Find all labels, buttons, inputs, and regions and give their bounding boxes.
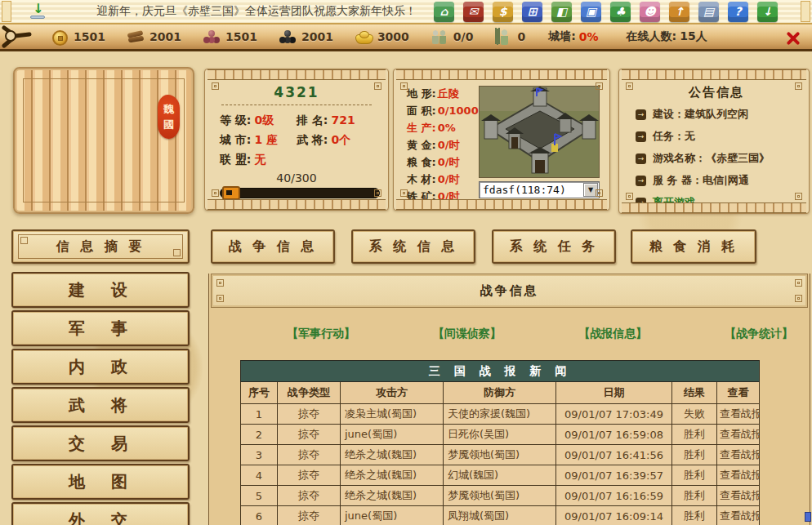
war-report-row: 1 掠夺 凌枭主城(蜀国) 天使的家援(魏国) 09/01/07 17:03:4… [241, 404, 760, 425]
resource-value: 3000 [377, 30, 409, 43]
clipboard-icon[interactable]: ▤ [698, 2, 719, 22]
notice-task: → 任务：无 [636, 129, 797, 144]
city-wall-status: 城墙: 0% [548, 29, 598, 44]
resource-value: 2001 [301, 30, 333, 43]
sidebar-item-generals[interactable]: 武 将 [11, 387, 190, 423]
war-type: 掠夺 [278, 404, 341, 425]
attacker: 绝杀之城(魏国) [341, 486, 444, 506]
city-info-panel: 地 形:丘陵 面 积:0/1000 生 产:0% 黄 金:0/时 粮 食:0/时… [393, 69, 610, 211]
resource-icon [431, 28, 448, 46]
wood-resource: 2001 [127, 28, 181, 46]
link-battle-report[interactable]: 【战报信息】 [578, 327, 647, 341]
war-report-table: 三 国 战 报 新 闻 序号战争类型攻击方防御方日期结果查看 1 掠夺 凌枭主城… [240, 360, 760, 525]
row-number: 4 [241, 465, 278, 486]
view-report-link[interactable]: 查看战报 [717, 506, 760, 525]
close-icon[interactable] [784, 30, 801, 47]
tab-info-summary[interactable]: 信 息 摘 要 [11, 229, 190, 264]
sidebar-item-map[interactable]: 地 图 [11, 464, 190, 500]
row-number: 1 [241, 404, 278, 425]
player-stat: 城 市:1 座 [220, 131, 297, 150]
resource-value: 1501 [225, 30, 257, 43]
view-report-link[interactable]: 查看战报 [717, 425, 760, 445]
view-report-link[interactable]: 查看战报 [717, 404, 760, 425]
city-view-image [479, 86, 600, 178]
sidebar-item-trade[interactable]: 交 易 [11, 425, 190, 461]
arrow-bullet-icon: → [636, 131, 646, 142]
experience-text: 40/300 [220, 171, 373, 185]
resource-bar: 1501 2001 1501 2001 3000 0/0 [0, 24, 812, 51]
city-select-value: fdasf(118:74) [480, 184, 583, 196]
wood-panel-frame [23, 78, 185, 202]
player-stat: 等 级:0级 [220, 111, 297, 131]
couple-icon[interactable]: ☻ [640, 2, 660, 22]
signpost-icon[interactable]: ↑ [669, 2, 689, 22]
war-info-panel: 战争信息 【军事行动】【间谍侦察】【战报信息】【战争统计】 三 国 战 报 新 … [208, 274, 810, 525]
sidebar-item-diplomacy[interactable]: 外 交 [11, 502, 190, 525]
link-war-statistics[interactable]: 【战争统计】 [725, 327, 793, 341]
war-report-row: 4 掠夺 绝杀之城(魏国) 幻城(魏国) 09/01/07 16:39:57 胜… [241, 465, 760, 486]
coins-icon[interactable]: $ [493, 2, 513, 22]
resource-value: 2001 [149, 30, 181, 43]
resource-icon [127, 28, 145, 46]
player-stat: 武 将:0个 [297, 131, 373, 150]
war-type: 掠夺 [278, 465, 341, 486]
war-type: 掠夺 [278, 506, 341, 525]
tree-icon[interactable]: ♣ [610, 2, 631, 22]
top-bar: ↓ 迎新年，庆元旦《赤壁三国》全体运营团队祝愿大家新年快乐！ ⌂✉$⊞◧▣♣☻↑… [0, 0, 812, 24]
resource-icon [494, 28, 512, 46]
link-military-action[interactable]: 【军事行动】 [287, 327, 355, 341]
sidebar-item-internal-affairs[interactable]: 内 政 [11, 349, 190, 385]
topbar-left-ornament [2, 1, 11, 22]
city-stat: 面 积:0/1000 [407, 103, 479, 119]
attacker: 绝杀之城(魏国) [341, 445, 444, 465]
defender: 梦魇领地(蜀国) [444, 486, 556, 506]
sidebar-item-military[interactable]: 军 事 [11, 310, 190, 346]
city-stat: 铁 矿:0/时 [407, 189, 479, 205]
link-spy-scout[interactable]: 【间谍侦察】 [433, 327, 502, 341]
player-name: 4321 [220, 84, 373, 100]
announcement-marquee: 迎新年，庆元旦《赤壁三国》全体运营团队祝愿大家新年快乐！ [96, 4, 417, 19]
arrow-bullet-icon: → [636, 153, 646, 164]
cart-icon[interactable]: ⊞ [522, 2, 542, 22]
game-screen: ↓ 迎新年，庆元旦《赤壁三国》全体运营团队祝愿大家新年快乐！ ⌂✉$⊞◧▣♣☻↑… [0, 0, 812, 525]
war-report-row: 5 掠夺 绝杀之城(魏国) 梦魇领地(蜀国) 09/01/07 16:16:59… [241, 486, 760, 506]
media-speaker-icon[interactable]: ◧ [551, 2, 572, 22]
city-stat: 木 材:0/时 [407, 171, 479, 188]
defender: 日死你(吴国) [444, 425, 556, 445]
home-icon[interactable]: ⌂ [434, 2, 454, 22]
tab-food-consumption[interactable]: 粮 食 消 耗 [631, 229, 756, 264]
city-select-dropdown[interactable]: fdasf(118:74) ▼ [479, 181, 600, 198]
view-report-link[interactable]: 查看战报 [717, 445, 760, 465]
column-header: 日期 [556, 382, 672, 404]
view-report-link[interactable]: 查看战报 [717, 465, 760, 486]
war-report-row: 2 掠夺 june(蜀国) 日死你(吴国) 09/01/07 16:59:08 … [241, 425, 760, 445]
download-tray-icon[interactable]: ↓ [29, 2, 47, 20]
tab-war-info[interactable]: 战 争 信 息 [211, 229, 335, 264]
resource-groups: 1501 2001 1501 2001 3000 0/0 [51, 28, 525, 46]
attacker: june(蜀国) [341, 425, 444, 445]
online-count: 在线人数: 15人 [627, 29, 707, 44]
help-icon[interactable]: ? [728, 2, 748, 22]
arrow-bullet-icon: → [636, 176, 646, 186]
page-scrollbar-thumb[interactable] [805, 512, 811, 522]
defender: 天使的家援(魏国) [444, 404, 556, 425]
monitor-icon[interactable]: ▣ [581, 2, 601, 22]
war-report-row: 6 掠夺 june(蜀国) 凤翔城(蜀国) 09/01/07 16:09:14 … [241, 506, 760, 525]
slingshot-icon [2, 24, 33, 49]
population-resource: 0/0 [431, 28, 474, 46]
download-icon[interactable]: ↓ [757, 2, 778, 22]
row-number: 5 [241, 486, 278, 506]
resource-icon [203, 28, 221, 46]
battle-result: 胜利 [672, 486, 717, 506]
mailbox-icon[interactable]: ✉ [463, 2, 484, 22]
tab-system-info[interactable]: 系 统 信 息 [351, 229, 475, 264]
arrow-bullet-icon: → [636, 109, 646, 120]
report-date: 09/01/07 16:41:56 [556, 445, 672, 465]
view-report-link[interactable]: 查看战报 [717, 486, 760, 506]
attacker: 绝杀之城(魏国) [341, 465, 444, 486]
sidebar-item-construction[interactable]: 建 设 [11, 272, 190, 308]
battle-result: 胜利 [672, 465, 717, 486]
tab-system-task[interactable]: 系 统 任 务 [492, 229, 616, 264]
resource-icon [51, 28, 69, 46]
column-header: 序号 [241, 382, 278, 404]
